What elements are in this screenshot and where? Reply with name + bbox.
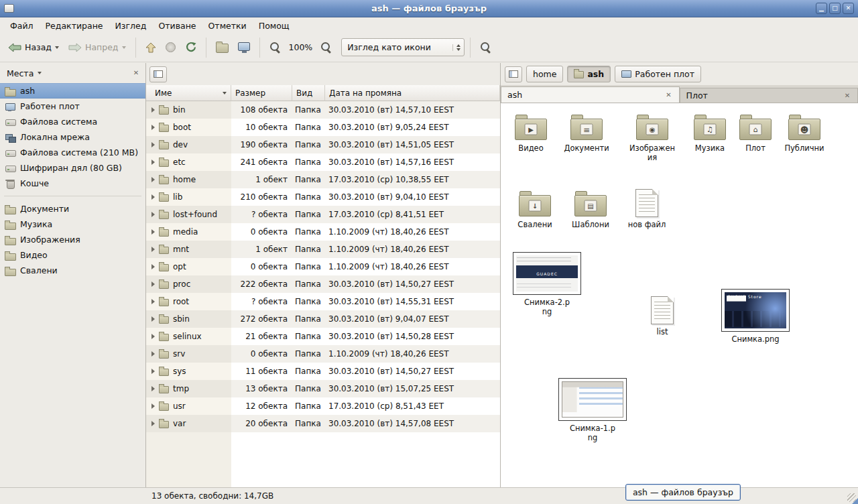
forward-button[interactable]: Напред xyxy=(64,38,130,56)
spinner-icons[interactable] xyxy=(452,44,461,51)
table-row[interactable]: media 0 обекта Папка 1.10.2009 (чт) 18,4… xyxy=(146,223,500,241)
location-toggle-button[interactable] xyxy=(149,66,167,82)
menubar-item[interactable]: Редактиране xyxy=(40,19,109,33)
expander-icon[interactable] xyxy=(151,142,155,147)
table-row[interactable]: sys 11 обекта Папка 30.03.2010 (вт) 14,5… xyxy=(146,363,500,380)
close-button[interactable]: ✕ xyxy=(843,3,854,14)
table-row[interactable]: lost+found ? обекта Папка 17.03.2010 (ср… xyxy=(146,206,500,223)
expander-icon[interactable] xyxy=(151,281,155,287)
icon-cell-new-file[interactable]: нов файл xyxy=(620,189,674,230)
location-toggle-button[interactable] xyxy=(505,66,522,82)
path-button-desktop[interactable]: Работен плот xyxy=(615,66,701,82)
zoom-in-button[interactable] xyxy=(316,38,336,57)
expander-icon[interactable] xyxy=(151,212,155,217)
table-row[interactable]: root ? обекта Папка 30.03.2010 (вт) 14,5… xyxy=(146,293,500,310)
column-header-type[interactable]: Вид xyxy=(292,85,325,101)
expander-icon[interactable] xyxy=(151,247,155,252)
maximize-button[interactable]: □ xyxy=(829,3,841,14)
sidebar-item[interactable]: ash xyxy=(0,83,145,99)
expander-icon[interactable] xyxy=(151,194,155,200)
expander-icon[interactable] xyxy=(151,334,155,339)
icon-cell-list[interactable]: list xyxy=(635,296,689,337)
tab-ash[interactable]: ash xyxy=(501,86,680,103)
table-row[interactable]: home 1 обект Папка 17.03.2010 (ср) 10,38… xyxy=(146,171,500,188)
sidebar-item[interactable]: Кошче xyxy=(0,176,145,191)
table-row[interactable]: lib 210 обекта Папка 30.03.2010 (вт) 9,0… xyxy=(146,188,500,206)
sidebar-item[interactable]: Музика xyxy=(0,216,145,232)
sidebar-item[interactable]: Изображения xyxy=(0,232,145,247)
computer-button[interactable] xyxy=(234,38,254,57)
zoom-out-button[interactable] xyxy=(265,38,285,57)
sidebar-item[interactable]: Файлова система xyxy=(0,114,145,129)
table-row[interactable]: mnt 1 обект Папка 1.10.2009 (чт) 18,40,2… xyxy=(146,241,500,258)
menubar-item[interactable]: Файл xyxy=(4,19,40,33)
menubar-item[interactable]: Помощ xyxy=(253,19,296,33)
icon-cell-downloads[interactable]: Свалени xyxy=(508,190,562,230)
table-row[interactable]: etc 241 обекта Папка 30.03.2010 (вт) 14,… xyxy=(146,153,500,171)
column-header-date[interactable]: Дата на промяна xyxy=(325,85,500,101)
icon-cell-templates[interactable]: Шаблони xyxy=(564,190,617,230)
sidebar-item[interactable]: Локална мрежа xyxy=(0,129,145,145)
expander-icon[interactable] xyxy=(151,107,155,113)
table-row[interactable]: srv 0 обекта Папка 1.10.2009 (чт) 18,40,… xyxy=(146,345,500,363)
sidebar-item[interactable]: Свалени xyxy=(0,263,145,278)
icon-grid[interactable]: Видео Документи Изображения Музика Плот … xyxy=(501,103,858,487)
expander-icon[interactable] xyxy=(151,264,155,269)
expander-icon[interactable] xyxy=(151,160,155,165)
tab-plot[interactable]: Плот xyxy=(680,88,858,103)
expander-icon[interactable] xyxy=(151,125,155,130)
search-button[interactable] xyxy=(476,38,495,57)
sidebar-item[interactable]: Документи xyxy=(0,201,145,216)
sidebar-item[interactable]: Работен плот xyxy=(0,99,145,114)
column-header-name[interactable]: Име xyxy=(146,85,231,101)
close-tab-icon[interactable] xyxy=(843,92,851,100)
stop-button[interactable] xyxy=(162,38,180,56)
expander-icon[interactable] xyxy=(151,316,155,322)
view-mode-select[interactable]: Изглед като икони xyxy=(341,38,465,56)
icon-cell-public[interactable]: Публични xyxy=(778,114,831,153)
back-history-chevron-icon[interactable] xyxy=(55,46,59,49)
icon-cell-snimka-2[interactable]: GUADEC Снимка-2.png xyxy=(512,252,582,317)
expander-icon[interactable] xyxy=(151,351,155,357)
reload-button[interactable] xyxy=(181,38,200,57)
titlebar[interactable]: ash — файлов браузър ▁ □ ✕ xyxy=(0,0,858,17)
menubar-item[interactable]: Отиване xyxy=(152,19,202,33)
table-row[interactable]: selinux 21 обекта Папка 30.03.2010 (вт) … xyxy=(146,328,500,345)
minimize-button[interactable]: ▁ xyxy=(816,3,827,14)
menubar-item[interactable]: Отметки xyxy=(202,19,253,33)
expander-icon[interactable] xyxy=(151,229,155,235)
table-row[interactable]: sbin 272 обекта Папка 30.03.2010 (вт) 9,… xyxy=(146,310,500,328)
icon-cell-video[interactable]: Видео xyxy=(504,114,558,153)
close-sidebar-icon[interactable] xyxy=(132,69,140,77)
icon-cell-documents[interactable]: Документи xyxy=(560,114,613,153)
expander-icon[interactable] xyxy=(151,386,155,391)
sidebar-item[interactable]: Видео xyxy=(0,247,145,263)
table-row[interactable]: bin 108 обекта Папка 30.03.2010 (вт) 14,… xyxy=(146,101,500,119)
icon-cell-snimka-1[interactable]: Снимка-1.png xyxy=(558,378,627,443)
table-row[interactable]: boot 10 обекта Папка 30.03.2010 (вт) 9,0… xyxy=(146,119,500,136)
icon-cell-images[interactable]: Изображения xyxy=(625,114,679,163)
up-button[interactable] xyxy=(141,38,160,57)
chevron-down-icon[interactable] xyxy=(38,72,42,74)
table-row[interactable]: proc 222 обекта Папка 30.03.2010 (вт) 14… xyxy=(146,275,500,293)
icon-cell-desktop[interactable]: Плот xyxy=(729,114,782,153)
icon-cell-snimka[interactable]: GNOME Store Снимка.png xyxy=(721,289,790,344)
expander-icon[interactable] xyxy=(151,177,155,182)
expander-icon[interactable] xyxy=(151,369,155,374)
table-row[interactable]: tmp 13 обекта Папка 30.03.2010 (вт) 15,0… xyxy=(146,380,500,397)
column-header-size[interactable]: Размер xyxy=(231,85,292,101)
expander-icon[interactable] xyxy=(151,403,155,409)
home-button[interactable] xyxy=(212,38,233,57)
path-button-ash[interactable]: ash xyxy=(567,66,611,82)
sidebar-item[interactable]: Шифриран дял (80 GB) xyxy=(0,160,145,176)
forward-history-chevron-icon[interactable] xyxy=(122,46,126,49)
table-row[interactable]: var 20 обекта Папка 30.03.2010 (вт) 14,5… xyxy=(146,415,500,432)
back-button[interactable]: Назад xyxy=(4,38,63,56)
sidebar-item[interactable]: Файлова система (210 MB) xyxy=(0,145,145,160)
menubar-item[interactable]: Изглед xyxy=(109,19,153,33)
table-row[interactable]: dev 190 обекта Папка 30.03.2010 (вт) 14,… xyxy=(146,136,500,153)
expander-icon[interactable] xyxy=(151,421,155,426)
table-row[interactable]: usr 12 обекта Папка 17.03.2010 (ср) 8,51… xyxy=(146,397,500,415)
path-button-home[interactable]: home xyxy=(526,66,563,82)
expander-icon[interactable] xyxy=(151,299,155,304)
